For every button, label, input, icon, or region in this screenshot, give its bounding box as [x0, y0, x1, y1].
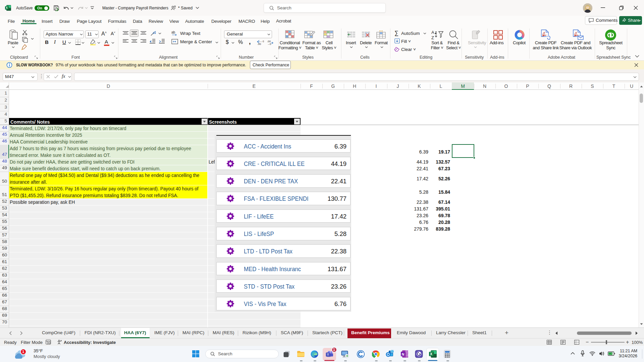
svg-text:→0: →0 [267, 43, 271, 45]
svg-text:ab: ab [171, 31, 175, 34]
svg-text:N: N [402, 352, 405, 356]
svg-text:X: X [6, 6, 8, 9]
svg-text:A: A [431, 30, 434, 35]
svg-text:X: X [430, 352, 432, 356]
svg-text:T: T [327, 353, 329, 356]
svg-text:Z: Z [431, 35, 434, 40]
svg-text:.00: .00 [257, 43, 261, 45]
